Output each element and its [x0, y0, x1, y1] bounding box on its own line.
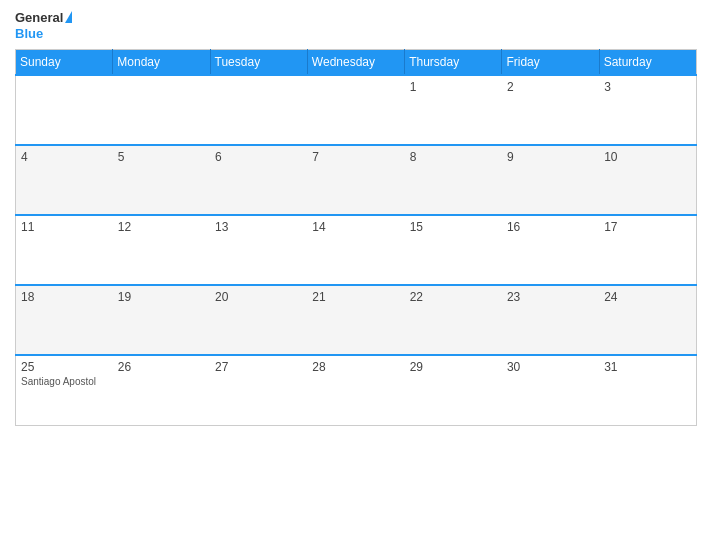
calendar-cell: 24 [599, 285, 696, 355]
calendar-cell: 10 [599, 145, 696, 215]
day-number: 24 [604, 290, 691, 304]
calendar-cell [16, 75, 113, 145]
day-number: 11 [21, 220, 108, 234]
calendar-cell: 27 [210, 355, 307, 425]
weekday-header-tuesday: Tuesday [210, 50, 307, 76]
day-number: 27 [215, 360, 302, 374]
calendar-cell: 22 [405, 285, 502, 355]
day-number: 1 [410, 80, 497, 94]
day-number: 5 [118, 150, 205, 164]
week-row-3: 11121314151617 [16, 215, 697, 285]
day-number: 13 [215, 220, 302, 234]
logo-general-text: General [15, 10, 63, 26]
calendar-cell [307, 75, 404, 145]
day-number: 8 [410, 150, 497, 164]
logo: General Blue [15, 10, 72, 41]
calendar-cell: 15 [405, 215, 502, 285]
calendar-cell: 3 [599, 75, 696, 145]
calendar-cell: 31 [599, 355, 696, 425]
logo-triangle-icon [65, 11, 72, 23]
week-row-1: 123 [16, 75, 697, 145]
day-number: 6 [215, 150, 302, 164]
calendar-cell: 4 [16, 145, 113, 215]
day-number: 10 [604, 150, 691, 164]
weekday-header-thursday: Thursday [405, 50, 502, 76]
day-number: 17 [604, 220, 691, 234]
weekday-header-saturday: Saturday [599, 50, 696, 76]
calendar-cell: 16 [502, 215, 599, 285]
calendar-cell: 30 [502, 355, 599, 425]
day-number: 19 [118, 290, 205, 304]
calendar-cell: 20 [210, 285, 307, 355]
calendar-cell: 6 [210, 145, 307, 215]
week-row-2: 45678910 [16, 145, 697, 215]
calendar-cell: 13 [210, 215, 307, 285]
day-number: 29 [410, 360, 497, 374]
weekday-header-sunday: Sunday [16, 50, 113, 76]
day-number: 18 [21, 290, 108, 304]
calendar-cell: 25Santiago Apostol [16, 355, 113, 425]
calendar-cell: 5 [113, 145, 210, 215]
calendar-cell: 9 [502, 145, 599, 215]
day-number: 9 [507, 150, 594, 164]
day-number: 23 [507, 290, 594, 304]
day-number: 28 [312, 360, 399, 374]
day-number: 12 [118, 220, 205, 234]
calendar-cell: 14 [307, 215, 404, 285]
day-number: 21 [312, 290, 399, 304]
calendar-cell: 2 [502, 75, 599, 145]
day-number: 15 [410, 220, 497, 234]
weekday-header-wednesday: Wednesday [307, 50, 404, 76]
calendar-cell: 7 [307, 145, 404, 215]
calendar-body: 1234567891011121314151617181920212223242… [16, 75, 697, 425]
calendar-container: General Blue SundayMondayTuesdayWednesda… [0, 0, 712, 550]
week-row-5: 25Santiago Apostol262728293031 [16, 355, 697, 425]
calendar-cell [113, 75, 210, 145]
calendar-cell: 21 [307, 285, 404, 355]
weekday-header-friday: Friday [502, 50, 599, 76]
calendar-cell: 17 [599, 215, 696, 285]
week-row-4: 18192021222324 [16, 285, 697, 355]
day-number: 22 [410, 290, 497, 304]
day-number: 30 [507, 360, 594, 374]
day-number: 14 [312, 220, 399, 234]
weekday-header-row: SundayMondayTuesdayWednesdayThursdayFrid… [16, 50, 697, 76]
calendar-cell: 18 [16, 285, 113, 355]
calendar-cell: 1 [405, 75, 502, 145]
header: General Blue [15, 10, 697, 41]
weekday-header-monday: Monday [113, 50, 210, 76]
day-number: 20 [215, 290, 302, 304]
calendar-cell [210, 75, 307, 145]
calendar-table: SundayMondayTuesdayWednesdayThursdayFrid… [15, 49, 697, 426]
calendar-cell: 26 [113, 355, 210, 425]
day-number: 4 [21, 150, 108, 164]
calendar-cell: 28 [307, 355, 404, 425]
day-number: 25 [21, 360, 108, 374]
day-number: 26 [118, 360, 205, 374]
calendar-cell: 12 [113, 215, 210, 285]
day-number: 3 [604, 80, 691, 94]
day-number: 2 [507, 80, 594, 94]
day-number: 31 [604, 360, 691, 374]
logo-blue-text: Blue [15, 26, 72, 42]
calendar-cell: 19 [113, 285, 210, 355]
day-number: 7 [312, 150, 399, 164]
day-number: 16 [507, 220, 594, 234]
calendar-cell: 8 [405, 145, 502, 215]
calendar-cell: 11 [16, 215, 113, 285]
calendar-cell: 29 [405, 355, 502, 425]
calendar-cell: 23 [502, 285, 599, 355]
day-event: Santiago Apostol [21, 376, 108, 387]
